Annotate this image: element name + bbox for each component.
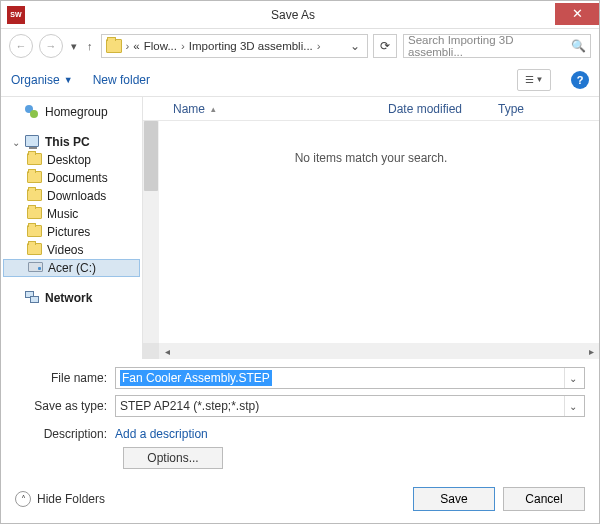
description-label: Description:: [15, 427, 115, 441]
body: Homegroup ⌄This PC Desktop Documents Dow…: [1, 97, 599, 359]
tree-this-pc[interactable]: ⌄This PC: [3, 133, 140, 151]
view-options-button[interactable]: ☰▼: [517, 69, 551, 91]
organise-menu[interactable]: Organise▼: [11, 73, 73, 87]
chevron-right-icon: ›: [317, 40, 321, 52]
chevron-down-icon: ▼: [64, 75, 73, 85]
toolbar: Organise▼ New folder ☰▼ ?: [1, 63, 599, 97]
window-buttons: ✕: [555, 5, 599, 25]
hide-folders-button[interactable]: ˄ Hide Folders: [15, 491, 105, 507]
file-pane: Name▴ Date modified Type No items match …: [143, 97, 599, 359]
tree-pictures[interactable]: Pictures: [3, 223, 140, 241]
nav-tree: Homegroup ⌄This PC Desktop Documents Dow…: [1, 97, 143, 359]
tree-desktop[interactable]: Desktop: [3, 151, 140, 169]
savetype-label: Save as type:: [15, 399, 115, 413]
nav-row: ← → ▾ ↑ › « Flow... › Importing 3D assem…: [1, 29, 599, 63]
search-icon: 🔍: [571, 39, 586, 53]
breadcrumb-seg2[interactable]: Importing 3D assembli...: [189, 40, 313, 52]
app-icon: SW: [7, 6, 25, 24]
sort-asc-icon: ▴: [211, 104, 216, 114]
column-headers: Name▴ Date modified Type: [143, 97, 599, 121]
file-list: No items match your search.: [143, 121, 599, 343]
tree-drive-c[interactable]: Acer (C:): [3, 259, 140, 277]
scrollbar-thumb[interactable]: [144, 121, 158, 191]
window-title: Save As: [31, 8, 555, 22]
chevron-up-icon: ˄: [15, 491, 31, 507]
title-bar: SW Save As ✕: [1, 1, 599, 29]
save-button[interactable]: Save: [413, 487, 495, 511]
breadcrumb-seg1[interactable]: Flow...: [144, 40, 177, 52]
col-date[interactable]: Date modified: [388, 102, 498, 116]
form-area: File name: Fan Cooler Assembly.STEP ⌄ Sa…: [1, 359, 599, 479]
folder-icon: [106, 39, 122, 53]
back-button[interactable]: ←: [9, 34, 33, 58]
breadcrumb-dropdown[interactable]: ⌄: [347, 39, 363, 53]
scroll-track[interactable]: [175, 343, 583, 359]
options-button[interactable]: Options...: [123, 447, 223, 469]
cancel-button[interactable]: Cancel: [503, 487, 585, 511]
help-button[interactable]: ?: [571, 71, 589, 89]
save-as-dialog: SW Save As ✕ ← → ▾ ↑ › « Flow... › Impor…: [0, 0, 600, 524]
breadcrumb[interactable]: › « Flow... › Importing 3D assembli... ›…: [101, 34, 369, 58]
vertical-scrollbar[interactable]: [143, 121, 159, 343]
search-input[interactable]: Search Importing 3D assembli... 🔍: [403, 34, 591, 58]
chevron-down-icon[interactable]: ⌄: [564, 368, 580, 388]
tree-network[interactable]: Network: [3, 289, 140, 307]
scroll-left-icon[interactable]: ◂: [159, 346, 175, 357]
tree-videos[interactable]: Videos: [3, 241, 140, 259]
refresh-button[interactable]: ⟳: [373, 34, 397, 58]
new-folder-button[interactable]: New folder: [93, 73, 150, 87]
horizontal-scrollbar[interactable]: ◂ ▸: [143, 343, 599, 359]
scroll-right-icon[interactable]: ▸: [583, 346, 599, 357]
savetype-select[interactable]: STEP AP214 (*.step;*.stp) ⌄: [115, 395, 585, 417]
up-button[interactable]: ↑: [85, 40, 95, 52]
col-type[interactable]: Type: [498, 102, 558, 116]
search-placeholder: Search Importing 3D assembli...: [408, 34, 571, 58]
collapse-icon[interactable]: ⌄: [11, 137, 21, 148]
tree-documents[interactable]: Documents: [3, 169, 140, 187]
tree-downloads[interactable]: Downloads: [3, 187, 140, 205]
filename-value: Fan Cooler Assembly.STEP: [120, 370, 272, 386]
recent-dropdown[interactable]: ▾: [69, 40, 79, 53]
close-button[interactable]: ✕: [555, 3, 599, 25]
savetype-value: STEP AP214 (*.step;*.stp): [120, 399, 564, 413]
add-description-link[interactable]: Add a description: [115, 427, 208, 441]
forward-button[interactable]: →: [39, 34, 63, 58]
filename-input[interactable]: Fan Cooler Assembly.STEP ⌄: [115, 367, 585, 389]
chevron-down-icon[interactable]: ⌄: [564, 396, 580, 416]
col-name[interactable]: Name▴: [173, 102, 388, 116]
tree-music[interactable]: Music: [3, 205, 140, 223]
breadcrumb-ellipsis[interactable]: «: [133, 40, 139, 52]
filename-label: File name:: [15, 371, 115, 385]
scroll-corner: [143, 343, 159, 359]
empty-message: No items match your search.: [295, 151, 448, 343]
footer: ˄ Hide Folders Save Cancel: [1, 479, 599, 523]
chevron-right-icon: ›: [181, 40, 185, 52]
chevron-right-icon: ›: [126, 40, 130, 52]
tree-homegroup[interactable]: Homegroup: [3, 103, 140, 121]
